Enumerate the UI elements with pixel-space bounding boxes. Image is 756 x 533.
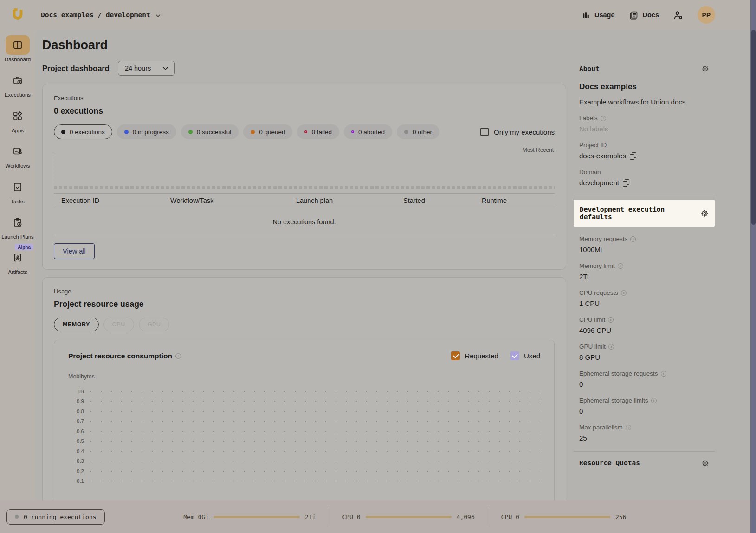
copy-icon[interactable] [623, 179, 629, 187]
y-tick: 0.8 [68, 409, 84, 414]
tab-memory[interactable]: MEMORY [54, 318, 99, 332]
filter-chip-other[interactable]: 0 other [397, 124, 439, 139]
apps-icon [12, 110, 23, 122]
filter-chip-label: 0 failed [311, 129, 332, 136]
sidebar-item-label: Dashboard [5, 56, 31, 63]
page-title: Dashboard [42, 38, 756, 52]
tasks-icon [12, 182, 23, 193]
field-value: development [579, 179, 619, 187]
only-my-executions-label: Only my executions [494, 128, 555, 136]
avatar[interactable]: PP [698, 6, 715, 24]
admin-button[interactable] [673, 10, 684, 20]
table-header-launch-plan: Launch plan [296, 197, 403, 204]
checkbox-checked[interactable] [451, 351, 460, 360]
project-info-panel: About Docs examples Example workflows fo… [574, 58, 715, 500]
checkbox-checked[interactable] [510, 351, 519, 360]
cpu-meter-bar [366, 516, 452, 518]
legend-used-toggle[interactable]: Used [510, 351, 540, 360]
info-icon[interactable] [618, 263, 623, 269]
running-executions-pill[interactable]: 0 running executions [6, 509, 105, 525]
field-value: docs-examples [579, 152, 626, 160]
y-tick: 0.1 [68, 478, 84, 484]
breadcrumb[interactable]: Docs examples / development [41, 11, 161, 19]
status-ring [304, 130, 307, 133]
filter-chip-executions[interactable]: 0 executions [54, 124, 112, 139]
time-range-value: 24 hours [125, 65, 151, 72]
field-label: GPU limit [579, 343, 606, 350]
field-value: 4096 CPU [579, 326, 715, 334]
left-nav-rail: Dashboard Executions Apps Workflows [0, 30, 35, 500]
project-id-field: Project ID docs-examples [579, 142, 715, 160]
checkbox-unchecked[interactable] [480, 128, 489, 136]
max-parallelism-field: Max parallelism 25 [579, 424, 715, 442]
scrollbar-thumb[interactable] [751, 30, 756, 225]
field-value: 25 [579, 434, 715, 442]
meter-divider [488, 508, 488, 526]
domain-field: Domain development [579, 169, 715, 187]
sidebar-item-executions[interactable]: Executions [1, 71, 34, 98]
resource-meters: Mem 0Gi 2Ti CPU 0 4,096 GPU 0 256 [183, 508, 626, 526]
copy-icon[interactable] [630, 152, 636, 160]
info-icon[interactable] [601, 116, 606, 121]
info-icon[interactable] [175, 353, 181, 359]
sidebar-item-artifacts[interactable]: Alpha Artifacts [1, 248, 34, 275]
sidebar-item-tasks[interactable]: Tasks [1, 177, 34, 205]
sidebar-item-label: Artifacts [8, 269, 27, 275]
info-icon[interactable] [630, 236, 636, 242]
executions-icon [12, 75, 23, 86]
y-tick: 0.6 [68, 429, 84, 434]
filter-chip-queued[interactable]: 0 queued [243, 124, 292, 139]
y-tick: 0.7 [68, 418, 84, 424]
y-tick: 0.5 [68, 438, 84, 444]
filter-chip-aborted[interactable]: 0 aborted [344, 124, 392, 139]
filter-chip-in-progress[interactable]: 0 in progress [117, 124, 176, 139]
field-label: Ephemeral storage requests [579, 370, 658, 377]
most-recent-label: Most Recent [54, 147, 554, 153]
time-range-select[interactable]: 24 hours [118, 61, 175, 76]
field-label: Ephemeral storage limits [579, 397, 648, 404]
usage-label: Usage [594, 11, 615, 19]
sidebar-item-apps[interactable]: Apps [1, 106, 34, 134]
project-description: Example workflows for Union docs [579, 98, 715, 106]
field-value: 0 [579, 407, 715, 415]
info-icon[interactable] [621, 290, 627, 296]
filter-chip-successful[interactable]: 0 successful [181, 124, 239, 139]
filter-chip-failed[interactable]: 0 failed [297, 124, 339, 139]
status-dot [188, 130, 193, 134]
sidebar-item-label: Tasks [11, 198, 24, 205]
tab-gpu[interactable]: GPU [139, 318, 170, 332]
docs-link[interactable]: Docs [629, 10, 659, 20]
only-my-executions-toggle[interactable]: Only my executions [480, 128, 555, 136]
chevron-down-icon [162, 65, 169, 72]
resource-quotas-settings-button[interactable] [701, 459, 709, 467]
info-icon[interactable] [626, 425, 631, 430]
union-logo[interactable] [10, 7, 25, 22]
meter-label: CPU 0 [342, 514, 360, 520]
field-value: 0 [579, 380, 715, 388]
view-all-button[interactable]: View all [54, 243, 95, 259]
usage-card: Usage Project resource usage MEMORY CPU … [42, 277, 566, 500]
sidebar-item-label: Launch Plans [1, 234, 34, 240]
page-scrollbar[interactable] [750, 0, 756, 533]
info-icon[interactable] [661, 371, 666, 377]
y-tick: 0.9 [68, 398, 84, 404]
usage-link[interactable]: Usage [582, 11, 615, 20]
tab-cpu[interactable]: CPU [103, 318, 134, 332]
about-heading: About [579, 65, 600, 72]
cpu-limit-field: CPU limit 4096 CPU [579, 316, 715, 334]
meter-divider [329, 508, 329, 526]
legend-requested-toggle[interactable]: Requested [451, 351, 498, 360]
usage-title: Project resource usage [54, 299, 555, 309]
info-icon[interactable] [651, 398, 657, 403]
execution-defaults-settings-button[interactable] [701, 209, 709, 217]
field-label: CPU requests [579, 289, 618, 296]
y-tick: 1B [68, 389, 84, 394]
executions-count-title: 0 executions [54, 106, 555, 116]
sidebar-item-workflows[interactable]: Workflows [1, 142, 34, 169]
info-icon[interactable] [608, 317, 614, 323]
about-settings-button[interactable] [701, 65, 709, 73]
avatar-initials: PP [702, 12, 711, 19]
sidebar-item-dashboard[interactable]: Dashboard [1, 35, 34, 63]
sidebar-item-launch-plans[interactable]: Launch Plans [1, 213, 34, 240]
info-icon[interactable] [608, 344, 614, 350]
